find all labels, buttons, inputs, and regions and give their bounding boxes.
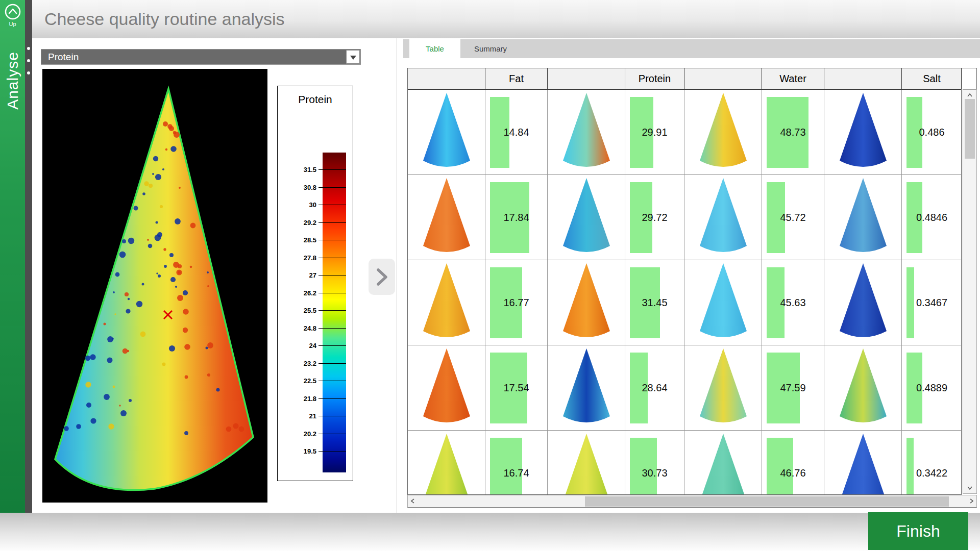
sample-image-cell[interactable] (548, 175, 625, 260)
value-text: 14.84 (485, 90, 547, 174)
tab-strip: Table Summary (403, 39, 980, 58)
colorbar-tick (318, 258, 346, 258)
value-text: 29.91 (625, 90, 684, 174)
colorbar-tick-label: 24 (293, 342, 316, 349)
sample-image-cell[interactable] (548, 345, 625, 431)
grip-dot-icon (27, 47, 30, 50)
colorbar-legend: Protein 31.530.83029.228.527.82726.225.5… (277, 86, 353, 481)
up-button[interactable]: Up (0, 2, 25, 36)
colorbar-tick-label: 19.5 (293, 447, 316, 455)
sample-image-cell[interactable] (684, 345, 762, 431)
expand-panel-button[interactable] (369, 259, 395, 295)
sample-image-cell[interactable] (408, 431, 485, 495)
colorbar-tick (318, 240, 346, 240)
sample-image-cell[interactable] (408, 260, 485, 345)
sample-image-cell[interactable] (824, 431, 902, 495)
finish-button[interactable]: Finish (868, 512, 968, 550)
colorbar-tick (318, 310, 346, 311)
column-header-salt: Salt (902, 68, 962, 90)
value-cell-water[interactable]: 45.63 (762, 260, 824, 345)
cheese-cone-heatmap (42, 69, 267, 503)
dropdown-arrow-button[interactable] (346, 50, 360, 64)
scroll-right-button[interactable] (966, 495, 976, 508)
horizontal-scrollbar-thumb[interactable] (585, 496, 949, 507)
vertical-scrollbar[interactable] (963, 89, 977, 494)
sample-cone-image (560, 177, 613, 258)
value-cell-protein[interactable]: 29.91 (625, 90, 684, 175)
sample-image-cell[interactable] (684, 90, 762, 175)
sample-image-cell[interactable] (684, 260, 762, 345)
colorbar-tick-label: 30.8 (293, 183, 316, 191)
sample-image-cell[interactable] (548, 260, 625, 345)
column-header-protein: Protein (625, 68, 684, 90)
value-cell-protein[interactable]: 30.73 (625, 431, 684, 495)
scroll-down-button[interactable] (963, 482, 976, 493)
sample-image-cell[interactable] (824, 345, 902, 431)
chevron-right-small-icon (969, 498, 974, 504)
colorbar-tick (318, 328, 346, 329)
sample-image-cell[interactable] (684, 431, 762, 495)
value-cell-fat[interactable]: 17.84 (485, 175, 548, 260)
sample-image-cell[interactable] (824, 260, 902, 345)
value-text: 30.73 (625, 431, 684, 495)
value-cell-water[interactable]: 45.72 (762, 175, 824, 260)
colorbar-tick-label: 21 (293, 412, 316, 420)
colorbar-tick-label: 31.5 (293, 166, 316, 173)
column-header-image (684, 68, 762, 90)
value-cell-salt[interactable]: 0.486 (902, 90, 962, 175)
main-heatmap-image[interactable] (42, 69, 267, 503)
value-cell-protein[interactable]: 29.72 (625, 175, 684, 260)
value-cell-salt[interactable]: 0.4889 (902, 345, 962, 431)
sample-image-cell[interactable] (684, 175, 762, 260)
value-cell-fat[interactable]: 17.54 (485, 345, 548, 431)
sample-image-cell[interactable] (408, 90, 485, 175)
tab-table[interactable]: Table (409, 39, 460, 58)
colorbar-tick (318, 275, 346, 276)
sample-cone-image (560, 91, 613, 173)
horizontal-scrollbar[interactable] (407, 495, 977, 508)
value-text: 0.3422 (902, 431, 962, 495)
value-text: 17.54 (485, 345, 547, 430)
value-cell-water[interactable]: 48.73 (762, 90, 824, 175)
sample-cone-image (697, 177, 750, 258)
value-cell-fat[interactable]: 16.74 (485, 431, 548, 495)
value-cell-salt[interactable]: 0.3422 (902, 431, 962, 495)
value-text: 0.486 (902, 90, 962, 174)
value-text: 0.4889 (902, 345, 962, 430)
colorbar-tick (318, 451, 346, 452)
value-cell-protein[interactable]: 28.64 (625, 345, 684, 431)
colorbar-gradient (323, 153, 346, 472)
value-text: 48.73 (762, 90, 824, 174)
title-bar: Cheese quality routine analysis (32, 0, 980, 38)
value-cell-salt[interactable]: 0.4846 (902, 175, 962, 260)
sample-image-cell[interactable] (408, 175, 485, 260)
sample-image-cell[interactable] (548, 431, 625, 495)
value-cell-fat[interactable]: 16.77 (485, 260, 548, 345)
vertical-scrollbar-thumb[interactable] (965, 99, 975, 159)
scroll-left-button[interactable] (408, 495, 418, 508)
tab-summary[interactable]: Summary (460, 39, 521, 58)
app-window: Up Analyse Cheese quality routine analys… (0, 0, 980, 551)
value-cell-water[interactable]: 46.76 (762, 431, 824, 495)
sample-image-cell[interactable] (408, 345, 485, 431)
value-cell-fat[interactable]: 14.84 (485, 90, 548, 175)
chevron-up-icon (967, 93, 973, 98)
sample-cone-image (560, 432, 613, 495)
sample-image-cell[interactable] (824, 175, 902, 260)
sample-image-cell[interactable] (824, 90, 902, 175)
colorbar-tick (318, 293, 346, 293)
sample-cone-image (697, 91, 750, 173)
colorbar-tick-label: 23.2 (293, 359, 316, 367)
analyse-label: Analyse (4, 52, 21, 110)
sample-image-cell[interactable] (548, 90, 625, 175)
value-text: 45.72 (762, 175, 824, 260)
sidebar-item-analyse[interactable]: Analyse (0, 45, 25, 116)
sample-cone-image (420, 347, 473, 429)
value-cell-salt[interactable]: 0.3467 (902, 260, 962, 345)
grip-strip[interactable] (25, 0, 32, 551)
sample-cone-image (420, 177, 473, 258)
value-cell-water[interactable]: 47.59 (762, 345, 824, 431)
value-cell-protein[interactable]: 31.45 (625, 260, 684, 345)
parameter-dropdown[interactable]: Protein (41, 49, 361, 65)
colorbar-tick (318, 169, 346, 170)
